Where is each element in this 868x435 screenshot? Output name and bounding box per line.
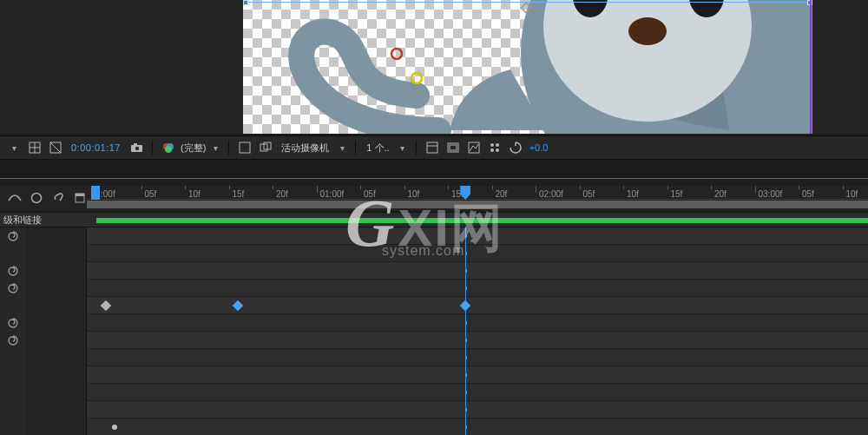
cti-segment — [465, 339, 467, 342]
row-left-cell[interactable] — [26, 227, 87, 245]
time-ruler[interactable]: :00f05f10f15f20f01:00f05f10f15f20f02:00f… — [87, 186, 868, 210]
track-row[interactable] — [0, 262, 868, 280]
pickwhip-icon[interactable] — [7, 282, 19, 294]
track-lane[interactable] — [87, 280, 868, 297]
svg-rect-21 — [427, 142, 437, 153]
row-left-cell[interactable] — [26, 262, 87, 280]
pixel-aspect-icon[interactable] — [486, 139, 503, 156]
purple-guide — [810, 0, 812, 134]
cti-line[interactable] — [465, 227, 466, 435]
track-row[interactable] — [0, 349, 868, 366]
ruler-tick — [580, 186, 581, 189]
ruler-tick — [448, 186, 449, 189]
row-left-cell[interactable] — [26, 419, 87, 435]
cti-segment — [465, 425, 467, 429]
ruler-scrollbar[interactable] — [87, 201, 868, 208]
ruler-tick-label: 05f — [802, 189, 814, 199]
track-row[interactable] — [0, 366, 868, 384]
three-d-icon[interactable] — [257, 139, 274, 156]
camera-chevron[interactable]: ▾ — [336, 143, 348, 153]
track-row[interactable] — [0, 401, 868, 419]
track-lane[interactable] — [87, 314, 868, 332]
track-row[interactable] — [0, 419, 868, 435]
row-left-cell[interactable] — [26, 332, 87, 349]
row-left-cell[interactable] — [26, 384, 87, 401]
mask-icon[interactable] — [47, 139, 64, 156]
row-left-cell[interactable] — [26, 297, 87, 314]
ruler-tick-label: 20f — [714, 189, 727, 199]
resolution-label[interactable]: (完整) — [181, 142, 206, 155]
selection-edge — [243, 2, 812, 3]
current-timecode[interactable]: 0:00:01:17 — [68, 142, 124, 153]
track-row[interactable] — [0, 297, 868, 314]
track-row[interactable] — [0, 245, 868, 262]
row-left-cell[interactable] — [26, 280, 87, 297]
fast-preview-icon[interactable] — [507, 139, 524, 156]
row-left-cell[interactable] — [26, 349, 87, 366]
pickwhip-icon[interactable] — [7, 317, 19, 329]
composition-viewer[interactable] — [243, 0, 812, 134]
workarea-in-handle[interactable] — [91, 186, 100, 200]
ruler-track[interactable]: :00f05f10f15f20f01:00f05f10f15f20f02:00f… — [87, 186, 868, 200]
magnification-menu[interactable]: ▾ — [5, 139, 23, 156]
channels-icon[interactable] — [160, 139, 177, 156]
track-lane[interactable] — [87, 366, 868, 384]
track-lane[interactable] — [87, 332, 868, 349]
track-lane[interactable] — [87, 384, 868, 401]
shy-icon[interactable] — [7, 189, 22, 207]
track-row[interactable] — [0, 280, 868, 297]
ruler-tick — [185, 186, 186, 189]
marker-icon[interactable] — [72, 189, 87, 207]
ruler-tick-label: 10f — [408, 189, 420, 199]
snapshot-icon[interactable] — [128, 139, 145, 156]
track-lane[interactable] — [87, 349, 868, 366]
row-left-cell[interactable] — [26, 401, 87, 419]
timeline-tracks[interactable] — [0, 227, 868, 435]
view-count-label[interactable]: 1 个.. — [363, 142, 392, 155]
timegraph-icon[interactable] — [465, 139, 483, 156]
track-row[interactable] — [0, 227, 868, 245]
selection-handle[interactable] — [243, 0, 248, 5]
cti-segment — [465, 373, 467, 377]
pickwhip-icon[interactable] — [7, 334, 19, 346]
resolution-chevron[interactable]: ▾ — [209, 143, 221, 153]
guides-icon[interactable] — [424, 139, 441, 156]
row-gutter — [0, 384, 26, 401]
pickwhip-icon[interactable] — [7, 265, 19, 277]
row-left-cell[interactable] — [26, 245, 87, 262]
panel-focus-line — [0, 178, 868, 179]
track-lane[interactable] — [87, 227, 868, 245]
active-camera-label[interactable]: 活动摄像机 — [278, 142, 332, 155]
track-row[interactable] — [0, 384, 868, 401]
row-left-cell[interactable] — [26, 366, 87, 384]
row-gutter — [0, 332, 26, 349]
pickwhip-icon[interactable] — [7, 230, 19, 242]
ruler-tick — [273, 186, 273, 189]
row-gutter — [0, 227, 26, 245]
exposure-value[interactable]: +0.0 — [528, 142, 549, 153]
track-lane[interactable] — [87, 262, 868, 280]
track-row[interactable] — [0, 314, 868, 332]
transparency-grid-icon[interactable] — [236, 139, 253, 156]
ruler-tick-label: 01:00f — [320, 189, 345, 199]
grid-icon[interactable] — [26, 139, 43, 156]
track-row[interactable] — [0, 332, 868, 349]
row-left-cell[interactable] — [26, 314, 87, 332]
svg-point-30 — [31, 194, 41, 203]
track-lane[interactable] — [87, 419, 868, 435]
workarea-bar[interactable] — [96, 218, 868, 223]
panel-divider[interactable] — [0, 160, 868, 179]
attach-icon[interactable] — [50, 189, 65, 207]
keyframe[interactable] — [112, 425, 117, 430]
track-lane[interactable] — [87, 401, 868, 419]
row-gutter — [0, 297, 26, 314]
safe-zones-icon[interactable] — [444, 139, 462, 156]
view-chevron[interactable]: ▾ — [397, 143, 409, 153]
row-gutter — [0, 245, 26, 262]
track-lane[interactable] — [87, 245, 868, 262]
ruler-tick-label: 20f — [496, 189, 508, 199]
track-lane[interactable] — [87, 297, 868, 314]
ruler-tick-label: 05f — [145, 189, 157, 199]
fx-icon[interactable] — [29, 189, 43, 207]
parent-link-column[interactable]: 级和链接 — [0, 214, 42, 227]
